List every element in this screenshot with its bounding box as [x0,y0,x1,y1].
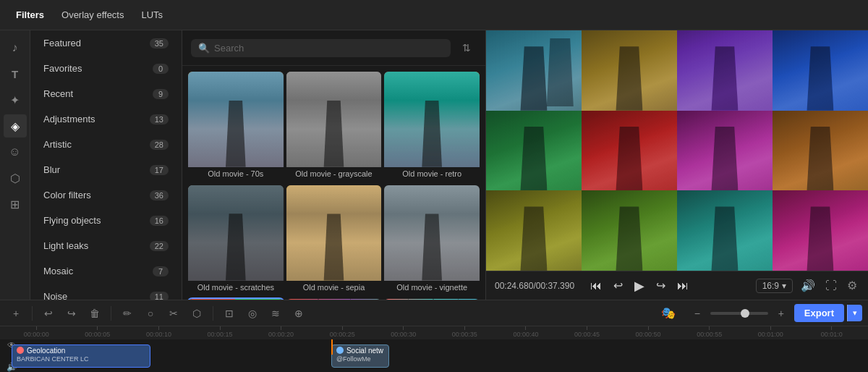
text-icon[interactable]: T [4,62,27,85]
effects-icon[interactable]: ✦ [4,88,27,111]
export-dropdown-button[interactable]: ▾ [847,305,862,321]
sort-button[interactable]: ⇅ [456,38,477,58]
filter-thumb-pop-art-9 [286,299,382,300]
category-featured[interactable]: Featured 35 [33,31,179,55]
clip-header-social: Social netw [336,347,384,355]
tab-filters[interactable]: Filters [9,7,51,23]
ruler-mark-9: 00:00:45 [556,326,618,338]
ruler-mark-2: 00:00:10 [128,326,190,338]
category-adjustments[interactable]: Adjustments 13 [33,107,179,131]
timeline-tracks: 👁 🔊 Geolocation BARBICAN CENTER LC Socia… [0,339,868,372]
timeline-area: + ↩ ↪ 🗑 ✏ ○ ✂ ⬡ ⊡ ◎ ≋ ⊕ 🎭 − + Export ▾ 0… [0,300,868,372]
zoom-out-button[interactable]: − [687,303,707,324]
rewind-button[interactable]: ↩ [610,277,626,294]
zoom-in-button[interactable]: + [771,303,791,324]
filters-icon[interactable]: ◈ [4,114,27,138]
clip-social[interactable]: Social netw @FollowMe [331,344,389,368]
music-icon[interactable]: ♪ [4,36,27,59]
stickers-icon[interactable]: ⬡ [4,166,27,190]
filter-item-pop-art-9[interactable]: Pop art - 9 tiles [286,299,382,300]
filter-item-pop-art-4[interactable]: Pop art - 4 tiles [188,299,284,300]
search-bar: 🔍 ⇅ [182,30,485,66]
timeline-actions: 🎭 [652,303,684,324]
ruler-mark-12: 00:01:00 [740,326,801,338]
delete-button[interactable]: 🗑 [85,303,105,324]
add-track-button[interactable]: + [6,303,26,324]
mask-button[interactable]: ○ [140,303,161,324]
merge-button[interactable]: ⊕ [289,303,309,324]
category-color-filters[interactable]: Color filters 36 [33,183,179,207]
draw-button[interactable]: ✏ [117,303,137,324]
clip-geo-sublabel: BARBICAN CENTER LC [17,355,145,363]
audio-button[interactable]: ≋ [265,303,286,324]
tab-overlay[interactable]: Overlay effects [54,7,131,23]
animate-button[interactable]: 🎭 [658,303,678,324]
redo-button[interactable]: ↪ [61,303,82,324]
clip-geolocation[interactable]: Geolocation BARBICAN CENTER LC [12,344,150,368]
search-input-wrap[interactable]: 🔍 [191,39,451,57]
video-cell-6 [677,111,773,191]
skip-forward-button[interactable]: ⏭ [674,278,692,294]
video-cell-5 [582,111,677,191]
filter-item-pop-art-16[interactable]: Pop art - 16 tiles [384,299,480,300]
ruler-mark-10: 00:00:50 [618,326,679,338]
chevron-down-icon: ▾ [782,281,786,291]
filter-item-old-movie-70s[interactable]: Old movie - 70s [188,72,284,182]
filter-thumb-old-movie-vignette [384,185,480,281]
clip-header-geo: Geolocation [17,347,145,355]
timeline-ruler: 00:00:00 00:00:05 00:00:10 00:00:15 00:0… [0,326,868,339]
aspect-ratio-selector[interactable]: 16:9 ▾ [756,279,793,293]
ruler-mark-7: 00:00:35 [434,326,495,338]
crop-button[interactable]: ⊡ [219,303,239,324]
badge-button[interactable]: ⬡ [187,303,207,324]
category-flying-objects[interactable]: Flying objects 16 [33,208,179,232]
fullscreen-button[interactable]: ⛶ [823,277,839,295]
category-blur[interactable]: Blur 17 [33,158,179,182]
video-time: 00:24.680/00:37.390 [495,281,582,291]
search-input[interactable] [214,43,443,54]
filter-thumb-old-movie-sepia [286,185,382,281]
filter-item-old-movie-sepia[interactable]: Old movie - sepia [286,185,382,296]
zoom-slider[interactable] [710,312,768,315]
filter-grid-panel: 🔍 ⇅ Old movie - 70s Old movie - grayscal… [182,30,486,300]
search-icon: 🔍 [198,43,210,54]
category-mosaic[interactable]: Mosaic 7 [33,259,179,283]
clip-geo-icon [17,347,24,354]
filter-item-old-movie-gray[interactable]: Old movie - grayscale [286,72,382,182]
filter-item-old-movie-retro[interactable]: Old movie - retro [384,72,480,182]
volume-button[interactable]: 🔊 [799,276,817,295]
video-canvas [486,30,868,271]
export-button[interactable]: Export [794,304,844,322]
emoji-icon[interactable]: ☺ [4,140,27,164]
toolbar-divider-3 [213,306,213,321]
forward-button[interactable]: ↪ [653,277,668,294]
filter-thumb-pop-art-16 [384,299,480,300]
playhead[interactable] [331,339,333,355]
video-cell-8 [486,190,582,271]
sidebar-icons: ♪ T ✦ ◈ ☺ ⬡ ⊞ [0,30,30,300]
category-artistic[interactable]: Artistic 28 [33,132,179,156]
filter-label-old-movie-sepia: Old movie - sepia [286,281,382,296]
filter-item-old-movie-scratch[interactable]: Old movie - scratches [188,185,284,296]
toolbar-divider-2 [111,306,111,321]
category-noise[interactable]: Noise 11 [33,284,179,300]
video-cell-4 [486,111,582,191]
filter-item-old-movie-vignette[interactable]: Old movie - vignette [384,185,480,296]
category-favorites[interactable]: Favorites 0 [33,56,179,80]
video-controls: 00:24.680/00:37.390 ⏮ ↩ ▶ ↪ ⏭ 16:9 ▾ 🔊 ⛶… [486,271,868,300]
filter-categories-panel: Featured 35 Favorites 0 Recent 9 Adjustm… [30,30,182,300]
tab-luts[interactable]: LUTs [134,7,170,23]
cut-button[interactable]: ✂ [163,303,184,324]
speed-button[interactable]: ◎ [242,303,263,324]
category-recent[interactable]: Recent 9 [33,82,179,106]
timeline-toolbar: + ↩ ↪ 🗑 ✏ ○ ✂ ⬡ ⊡ ◎ ≋ ⊕ 🎭 − + Export ▾ [0,300,868,326]
ruler-mark-1: 00:00:05 [67,326,129,338]
play-button[interactable]: ▶ [631,276,647,295]
video-cell-10 [677,190,773,271]
undo-button[interactable]: ↩ [38,303,59,324]
zoom-thumb [741,309,749,318]
skip-back-button[interactable]: ⏮ [587,278,605,294]
settings-button[interactable]: ⚙ [845,276,859,295]
motion-icon[interactable]: ⊞ [4,193,27,216]
category-light-leaks[interactable]: Light leaks 22 [33,234,179,258]
